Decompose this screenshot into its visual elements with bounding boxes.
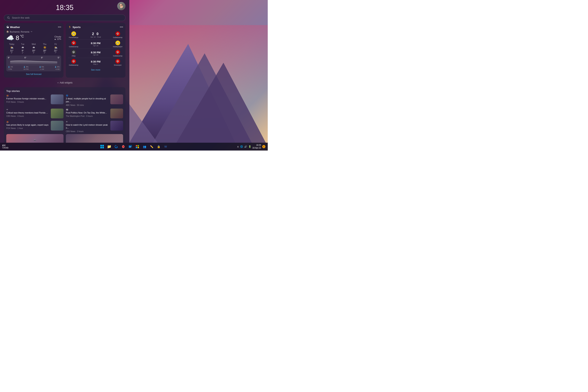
news-headline-4: Gas prices likely to surge again, expert… [6,124,49,126]
news-source-icon-2: 👁 [6,108,8,111]
forecast-day-fri: Fri⛅21°7° [50,43,61,54]
search-input[interactable] [12,16,122,19]
hourly-times: 7 PM10 PM1 AM4 AM [8,68,60,70]
news-item-0[interactable]: 🦊 Former Russian foreign minister reveal… [6,94,64,106]
svg-rect-10 [102,147,104,148]
hourly-precip-item: 💧3% [23,66,28,68]
up-arrow-icon[interactable]: ∧ [237,145,239,148]
sports-matches: ⚽ Fenerbahçe 2 0 Apr 10 · Final ⚽ Galata… [68,30,123,67]
weather-main: ☁️ 8 °C Cloudy ▲ 12% [6,34,61,42]
search-bar[interactable] [4,14,126,21]
home-icon: 🏠 [6,30,9,33]
news-item-5[interactable]: 👁 How to watch the Lyrid meteor shower p… [66,121,123,132]
start-button[interactable] [99,144,105,150]
teams-button[interactable]: 👥 [141,144,148,150]
taskbar-clock[interactable]: 18:35 18-Apr-22 [252,144,261,149]
news-item-1[interactable]: 🔵 2 dead, multiple people hurt in shooti… [66,94,123,106]
windows-icon [100,145,104,148]
outlook-icon: @ [128,145,132,148]
network-icon[interactable]: 🌐 [240,145,243,148]
see-forecast-link[interactable]: See full forecast [6,73,61,75]
taskbar: 8°C Cloudy 📁 [0,143,268,150]
edge-icon [114,145,118,148]
news-text-1: 🔵 2 dead, multiple people hurt in shooti… [66,94,109,106]
notification-badge[interactable]: 1 [262,145,266,148]
hourly-precip-item: 💧5% [39,66,44,68]
weather-icon: 🌤 [6,26,9,28]
battery-icon[interactable]: 🔋 [248,145,251,148]
sound-icon[interactable]: 🔊 [244,145,247,148]
widgets-panel: 18:35 🐕 🌤 Weather ••• [0,0,129,143]
weather-description: Cloudy ▲ 12% [54,36,61,40]
sports-widget-title: 🏃 Sports [68,26,80,28]
weather-menu-button[interactable]: ••• [58,25,61,29]
news-text-4: 🦊 Gas prices likely to surge again, expe… [6,121,49,132]
news-headline-0: Former Russian foreign minister reveals.… [6,97,49,100]
hourly-temp: 6° [41,57,43,59]
news-image-3 [110,108,123,118]
forecast-day-today: Today⛅11°4° [6,43,17,54]
sports-match-4: ⚽ Galatasaray 8:30 PM May 1 ⚽ Sivasspor [68,58,123,67]
malatyaspor-logo: ⚽ [116,40,120,45]
news-image-1 [110,94,123,104]
weather-widget-header: 🌤 Weather ••• [6,25,61,29]
file-explorer-button[interactable]: 📁 [106,144,112,150]
news-source-icon-0: 🦊 [6,94,8,97]
svg-point-11 [122,145,125,148]
news-item-4[interactable]: 🦊 Gas prices likely to surge again, expe… [6,121,64,132]
opera-button[interactable] [120,144,126,150]
news-image-2 [51,108,64,118]
news-headline-5: How to watch the Lyrid meteor shower pea… [66,124,109,130]
outlook-button[interactable]: @ [127,144,134,150]
away-team-2: ⚽ Malatyaspor [112,40,123,48]
news-image-5 [110,121,123,130]
see-more-sports-link[interactable]: See more [68,68,123,71]
teams-icon: 👥 [143,145,146,148]
news-source-icon-5: 👁 [66,121,68,123]
news-source-icon-4: 🦊 [6,121,8,123]
svg-rect-7 [100,145,102,146]
widgets-row: 🌤 Weather ••• 🏠 Bucharest, Romania ✏ ☁️ … [4,23,126,78]
news-meta-1: ABC News · 50 mins [66,104,109,106]
news-text-5: 👁 How to watch the Lyrid meteor shower p… [66,121,109,132]
match-center-4: 8:30 PM May 1 [79,60,112,65]
sports-match-3: ⚽ Altay 8:30 PM Apr 24 ⚽ Galatasaray [68,49,123,58]
notes-button[interactable]: ✏️ [148,144,155,150]
news-text-2: 👁 Critical race theory mentions lead Flo… [6,108,49,118]
news-headline-1: 2 dead, multiple people hurt in shooting… [66,97,109,103]
sports-menu-button[interactable]: ••• [120,25,123,29]
edit-icon[interactable]: ✏ [31,30,32,33]
store-icon [136,145,139,148]
store-button[interactable] [134,144,140,150]
altay-logo: ⚽ [71,50,76,54]
home-team-3: ⚽ Altay [68,50,79,57]
news-source-4: 🦊 [6,121,49,123]
news-source-1: 🔵 [66,94,109,97]
search-icon [7,16,10,19]
word-icon: W [164,145,167,148]
bottom-strip-2[interactable]: MUSIC [66,134,123,143]
sports-widget-header: 🏃 Sports ••• [68,25,123,29]
word-button[interactable]: W [162,144,169,150]
news-item-3[interactable]: 📰 Post Politics Now: On Tax Day, the Whi… [66,108,123,118]
news-meta-5: CBS News · 3 hours [66,130,109,132]
vault-button[interactable]: 🔒 [156,144,162,150]
forecast-day-wed: Wed🌧10°4° [28,43,39,54]
sivasspor-logo: ⚽ [116,59,120,64]
news-text-0: 🦊 Former Russian foreign minister reveal… [6,94,49,106]
news-image-4 [51,121,64,130]
hourly-forecast: 9°6°6°5° 💧1%💧3%💧5%💧4% [6,56,61,71]
hourly-time: 4 AM [56,68,60,70]
opera-icon [122,145,125,148]
sports-match-1: ⚽ Fenerbahçe 2 0 Apr 10 · Final ⚽ Galata… [68,30,123,40]
user-avatar[interactable]: 🐕 [117,2,126,10]
news-source-icon-1: 🔵 [66,94,68,97]
notes-icon: ✏️ [150,145,153,148]
bottom-strip-1[interactable]: 📷 [6,134,64,143]
add-widgets-button[interactable]: ＋ Add widgets [4,80,126,86]
news-item-2[interactable]: 👁 Critical race theory mentions lead Flo… [6,108,64,118]
edge-browser-button[interactable] [113,144,119,150]
vault-icon: 🔒 [157,145,160,148]
home-team-2: ⚽ Galatasaray [68,40,79,48]
news-source-2: 👁 [6,108,49,111]
